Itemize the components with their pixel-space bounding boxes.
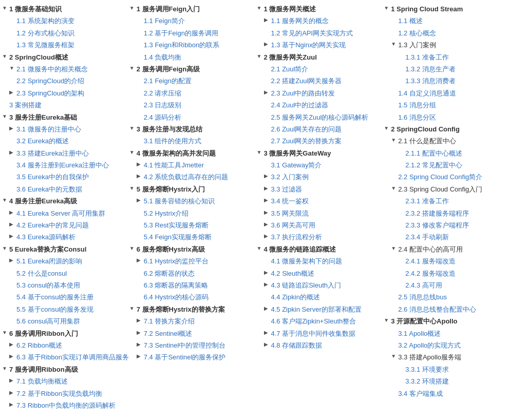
tree-link[interactable]: 4.2 Eureka中的常见问题 — [16, 221, 89, 229]
tree-link[interactable]: 2.2 请求压缩 — [144, 89, 182, 97]
tree-item[interactable]: ▶7.1 负载均衡概述 — [2, 375, 125, 387]
tree-link[interactable]: 1.4 自定义消息通道 — [398, 89, 456, 97]
tree-link[interactable]: 5.5 基于consul的服务发现 — [16, 306, 93, 313]
tree-item[interactable]: 3.5 Eureka中的自我保护 — [2, 171, 125, 183]
tree-item[interactable]: 2.1 Feign的配置 — [129, 75, 253, 87]
tree-link[interactable]: 1.1 Feign简介 — [144, 17, 185, 25]
tree-link[interactable]: 1.3 Feign和Ribbon的联系 — [144, 41, 219, 49]
tree-item[interactable]: 3.1 Apollo概述 — [384, 328, 507, 339]
tree-link[interactable]: 2.2 搭建Zuul网关服务器 — [271, 77, 342, 85]
tree-item[interactable]: 4.1 微服务架构下的问题 — [257, 255, 380, 267]
tree-link[interactable]: 5.4 基于consul的服务注册 — [16, 293, 93, 301]
tree-item[interactable]: 1.5 消息分组 — [384, 99, 507, 111]
tree-item[interactable]: ▶3.2 入门案例 — [257, 171, 380, 183]
tree-item[interactable]: ▶7.2 基于Ribbon实现负载均衡 — [2, 388, 125, 399]
tree-item[interactable]: 6.2 熔断器的状态 — [129, 268, 253, 279]
tree-link[interactable]: 2.1 微服务中的相关概念 — [16, 65, 88, 73]
tree-item[interactable]: ▶6.2 Ribbon概述 — [2, 339, 125, 351]
tree-link[interactable]: 3.1 组件的使用方式 — [144, 137, 202, 145]
tree-link[interactable]: 5.3 Rest实现服务熔断 — [144, 221, 209, 229]
tree-item[interactable]: 5.4 基于consul的服务注册 — [2, 291, 125, 303]
tree-link[interactable]: 7.3 Sentinel中的管理控制台 — [144, 341, 226, 349]
tree-link[interactable]: 6.2 Ribbon概述 — [16, 341, 62, 349]
tree-item[interactable]: 1.2 分布式核心知识 — [2, 27, 125, 39]
tree-link[interactable]: 4.3 Eureka源码解析 — [16, 233, 76, 241]
tree-link[interactable]: 4.1 微服务架构下的问题 — [271, 257, 343, 265]
tree-item[interactable]: 2.6 消息总线整合配置中心 — [384, 303, 507, 315]
tree-item[interactable]: ▶4.1 性能工具Jmetter — [129, 159, 253, 171]
tree-item[interactable]: ▶4.8 存储跟踪数据 — [257, 339, 380, 351]
tree-link[interactable]: 4.1 Eureka Server 高可用集群 — [16, 209, 105, 217]
tree-link[interactable]: 4.8 存储跟踪数据 — [271, 341, 323, 349]
tree-item[interactable]: ▶4.5 Zipkin Server的部署和配置 — [257, 303, 380, 315]
tree-link[interactable]: 6.3 熔断器的隔离策略 — [144, 281, 209, 289]
tree-link[interactable]: 2.1.2 常见配置中心 — [405, 161, 462, 169]
tree-item[interactable]: 1.2 核心概念 — [384, 27, 507, 39]
tree-link[interactable]: 3.2 入门案例 — [271, 173, 309, 181]
tree-item[interactable]: ▶4.2 系统负载过高存在的问题 — [129, 171, 253, 183]
tree-item[interactable]: ▶7.4 基于Sentinel的服务保护 — [129, 351, 253, 363]
tree-item[interactable]: ▶2.3 SpringCloud的架构 — [2, 87, 125, 99]
tree-item[interactable]: 3.4 服务注册到Eureka注册中心 — [2, 159, 125, 171]
tree-link[interactable]: 3.3.2 环境搭建 — [405, 377, 449, 385]
tree-item[interactable]: 1.2 常见的API网关实现方式 — [257, 27, 380, 39]
tree-link[interactable]: 1.4 负载均衡 — [144, 53, 182, 61]
tree-link[interactable]: 3.3.1 环境要求 — [405, 366, 449, 373]
tree-item[interactable]: 5.6 consul高可用集群 — [2, 315, 125, 327]
tree-link[interactable]: 2.3.1 准备工作 — [405, 197, 449, 205]
tree-item[interactable]: 3.2 Eureka的概述 — [2, 135, 125, 147]
tree-item[interactable]: 2.4.2 服务端改造 — [384, 268, 507, 279]
tree-item[interactable]: ▶5.1 Eureka闭源的影响 — [2, 255, 125, 267]
tree-item[interactable]: ▶3.4 统一鉴权 — [257, 195, 380, 207]
tree-item[interactable]: 4.6 客户端Zipkin+Sleuth整合 — [257, 315, 380, 327]
tree-item[interactable]: 2.3.2 搭建服务端程序 — [384, 207, 507, 219]
tree-link[interactable]: 7.2 基于Ribbon实现负载均衡 — [16, 390, 102, 397]
tree-item[interactable]: ▶4.3 链路追踪Sleuth入门 — [257, 279, 380, 291]
tree-link[interactable]: 5.2 Hystrix介绍 — [144, 209, 188, 217]
tree-link[interactable]: 3.2 Eureka的概述 — [16, 137, 69, 145]
tree-item[interactable]: 2.5 消息总线bus — [384, 291, 507, 303]
tree-item[interactable]: 6.3 熔断器的隔离策略 — [129, 279, 253, 291]
tree-link[interactable]: 1.3.3 消息消费者 — [405, 77, 456, 85]
tree-item[interactable]: ▶3.5 网关限流 — [257, 207, 380, 219]
tree-link[interactable]: 4.2 系统负载过高存在的问题 — [144, 173, 229, 181]
tree-link[interactable]: 5.3 consul的基本使用 — [16, 281, 80, 289]
tree-link[interactable]: 4.2 Sleuth概述 — [271, 270, 315, 277]
tree-link[interactable]: 2.5 服务网关Zuul的核心源码解析 — [271, 113, 369, 121]
tree-item[interactable]: 2.2 SpringCloud的介绍 — [2, 75, 125, 87]
tree-item[interactable]: 2.4 Zuul中的过滤器 — [257, 99, 380, 111]
tree-item[interactable]: 3.2 Apollo的实现方式 — [384, 339, 507, 351]
tree-link[interactable]: 3.6 网关高可用 — [271, 221, 316, 229]
tree-item[interactable]: ▶1.3 基于Nginx的网关实现 — [257, 39, 380, 51]
tree-link[interactable]: 1.3.1 准备工作 — [405, 53, 449, 61]
tree-link[interactable]: 1.2 基于Feign的服务调用 — [144, 29, 218, 37]
tree-link[interactable]: 3.4 统一鉴权 — [271, 197, 309, 205]
tree-link[interactable]: 2.2 SpringCloud的介绍 — [16, 77, 84, 85]
tree-link[interactable]: 2.3.3 修改客户端程序 — [405, 221, 469, 229]
tree-item[interactable]: 2.2 Spring Cloud Config简介 — [384, 171, 507, 183]
tree-item[interactable]: 2.6 Zuul网关存在的问题 — [257, 123, 380, 135]
tree-item[interactable]: 1.1 概述 — [384, 15, 507, 27]
tree-link[interactable]: 6.3 基于Ribbon实现订单调用商品服务 — [16, 353, 129, 361]
tree-link[interactable]: 3.7 执行流程分析 — [271, 233, 323, 241]
tree-link[interactable]: 3.4 服务注册到Eureka注册中心 — [16, 161, 109, 169]
tree-item[interactable]: 1.1 系统架构的演变 — [2, 15, 125, 27]
tree-link[interactable]: 2.2 Spring Cloud Config简介 — [398, 173, 482, 181]
tree-link[interactable]: 2.4.1 服务端改造 — [405, 257, 456, 265]
tree-link[interactable]: 7.1 替换方案介绍 — [144, 317, 195, 325]
tree-link[interactable]: 4.6 客户端Zipkin+Sleuth整合 — [271, 317, 356, 325]
tree-item[interactable]: 3.6 Eureka中的元数据 — [2, 183, 125, 195]
tree-item[interactable]: 2.3.4 手动刷新 — [384, 231, 507, 243]
tree-item[interactable]: ▶5.1 服务容错的核心知识 — [129, 195, 253, 207]
tree-item[interactable]: ▶7.2 Sentinel概述 — [129, 328, 253, 339]
tree-link[interactable]: 3.6 Eureka中的元数据 — [16, 185, 82, 193]
tree-item[interactable]: 1.6 消息分区 — [384, 111, 507, 123]
tree-link[interactable]: 3.1 Gateway简介 — [271, 161, 322, 169]
tree-item[interactable]: 1.3.1 准备工作 — [384, 51, 507, 63]
tree-link[interactable]: 6.4 Hystrix的核心源码 — [144, 293, 209, 301]
tree-item[interactable]: 3.1 Gateway简介 — [257, 159, 380, 171]
tree-link[interactable]: 2.4.2 服务端改造 — [405, 270, 456, 277]
tree-link[interactable]: 3.1 Apollo概述 — [398, 330, 441, 337]
tree-item[interactable]: ▼2.1 微服务中的相关概念 — [2, 63, 125, 75]
tree-item[interactable]: 6.4 Hystrix的核心源码 — [129, 291, 253, 303]
